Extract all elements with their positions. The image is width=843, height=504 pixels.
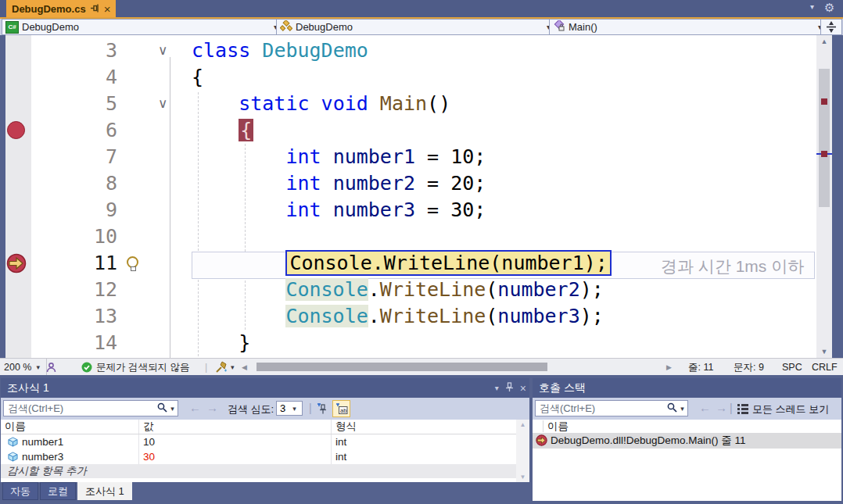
code-line: 8int number2 = 20; (0, 170, 816, 197)
view-all-threads-button[interactable]: 모든 스레드 보기 (752, 402, 829, 416)
vertical-scrollbar-thumb[interactable] (819, 69, 830, 207)
class-icon (280, 20, 292, 34)
chevron-down-icon: ▾ (36, 363, 40, 371)
chevron-down-icon[interactable]: ▾ (231, 359, 235, 376)
code-line: 7int number1 = 10; (0, 144, 816, 170)
tool-window-tab[interactable]: 조사식 1 (77, 482, 132, 500)
hscroll-left-icon[interactable]: ◀ (242, 359, 247, 376)
watch-add-row[interactable]: 감시할 항목 추가 (1, 464, 516, 478)
editor-status-bar: 200 % ▾ 문제가 검색되지 않음 | ▾ ◀ ▶ 줄: 11 문자: 9 … (0, 358, 843, 376)
line-number: 11 (0, 250, 117, 277)
code-line: 15} (0, 356, 816, 358)
status-line-ending: CRLF (812, 359, 838, 376)
gear-icon[interactable]: ⚙ (824, 1, 834, 15)
line-number: 13 (0, 303, 117, 330)
status-line-number: 줄: 11 (688, 359, 713, 376)
toolbar-separator: | (730, 402, 733, 414)
search-depth-combo[interactable]: 3 ▾ (276, 401, 303, 416)
close-icon[interactable]: × (104, 3, 111, 15)
svg-text:ab: ab (340, 407, 346, 414)
watch-scrollbar[interactable]: ▲ ▼ (516, 420, 529, 482)
document-tab[interactable]: DebugDemo.cs × (6, 0, 116, 17)
tool-window-tab[interactable]: 로컬 (40, 482, 76, 500)
close-icon[interactable]: × (520, 382, 526, 395)
callstack-title-bar[interactable]: 호출 스택 (533, 378, 841, 398)
code-cleanup-icon[interactable] (214, 359, 228, 376)
watch-column-header[interactable]: 형식 (332, 420, 516, 434)
project-dropdown-label: DebugDemo (22, 21, 79, 33)
line-number: 6 (0, 117, 117, 144)
vertical-scrollbar[interactable]: ▲ ▼ (816, 35, 832, 358)
watch-title: 조사식 1 (7, 381, 49, 395)
scroll-up-icon[interactable]: ▲ (816, 38, 832, 45)
code-line: 3∨class DebugDemo (0, 38, 816, 64)
vs-window: DebugDemo.cs × ▾ ⚙ C# DebugDemo ▾ DebugD… (0, 0, 843, 504)
watch-search-input[interactable] (4, 401, 157, 416)
editor-right-gap (832, 35, 843, 358)
status-column-number: 문자: 9 (734, 359, 764, 376)
feedback-icon[interactable] (45, 359, 57, 376)
callstack-frame-row[interactable]: DebugDemo.dll!DebugDemo.Main() 줄 11 (533, 433, 841, 449)
scroll-up-icon[interactable]: ▲ (516, 421, 529, 428)
member-dropdown[interactable]: Main() ▾ (549, 19, 826, 35)
hscroll-right-icon[interactable]: ▶ (666, 359, 672, 376)
search-icon[interactable] (157, 402, 167, 416)
callstack-window: 호출 스택 ▾ ← → | 모든 스레드 보기 (533, 378, 841, 501)
tool-window-tabs: 자동로컬조사식 1 (2, 482, 132, 500)
current-frame-arrow-icon (536, 434, 547, 451)
zoom-dropdown[interactable]: 200 % ▾ (0, 359, 47, 376)
threads-icon[interactable] (736, 402, 750, 416)
format-in-values-icon[interactable]: ab (332, 400, 350, 417)
watch-column-header[interactable]: 이름 (1, 420, 139, 434)
csharp-project-icon: C# (5, 21, 19, 34)
pin-icon[interactable] (91, 4, 99, 14)
scroll-down-icon[interactable]: ▼ (816, 348, 832, 356)
perf-tip: 경과 시간 1ms 이하 (661, 256, 804, 277)
toolbar-separator: | (309, 402, 312, 414)
callstack-rows: DebugDemo.dll!DebugDemo.Main() 줄 11 (533, 433, 841, 449)
issues-status-text: 문제가 검색되지 않음 (96, 359, 189, 376)
watch-search-box[interactable]: ▾ (3, 400, 178, 416)
line-number: 14 (0, 330, 117, 356)
search-icon[interactable] (667, 402, 677, 416)
pin-icon[interactable] (505, 382, 514, 395)
line-number: 10 (0, 223, 117, 250)
type-dropdown[interactable]: DebugDemo ▾ (276, 19, 554, 35)
search-forward-icon[interactable]: → (206, 401, 218, 414)
window-position-icon[interactable]: ▾ (495, 384, 499, 392)
health-check-icon[interactable] (81, 359, 92, 376)
line-number: 3 (0, 38, 117, 64)
watch-row[interactable]: number330int (1, 449, 516, 464)
tool-window-tab[interactable]: 자동 (2, 482, 38, 500)
member-dropdown-label: Main() (569, 21, 597, 33)
lightbulb-icon[interactable] (127, 256, 138, 268)
search-back-icon[interactable]: ← (699, 401, 711, 414)
scrollbar-breakpoint-mark (821, 98, 827, 105)
watch-column-header[interactable]: 값 (139, 420, 332, 434)
code-line: 5∨static void Main() (0, 91, 816, 117)
outline-collapse-icon[interactable]: ∨ (158, 91, 167, 117)
split-editor-icon (826, 21, 837, 33)
code-line: 14} (0, 330, 816, 356)
code-line: 6{ (0, 117, 816, 144)
watch-row[interactable]: number110int (1, 434, 516, 449)
line-number: 5 (0, 91, 117, 117)
search-dropdown-icon[interactable]: ▾ (677, 405, 687, 413)
project-dropdown[interactable]: C# DebugDemo ▾ (2, 19, 282, 35)
toolbar-overflow-icon[interactable]: ▾ (810, 2, 814, 11)
pin-properties-icon[interactable] (315, 402, 329, 416)
code-editor[interactable]: 경과 시간 1ms 이하 3∨class DebugDemo4{5∨static… (0, 35, 832, 358)
search-back-icon[interactable]: ← (189, 401, 201, 414)
search-dropdown-icon[interactable]: ▾ (167, 405, 178, 413)
line-number: 15 (0, 356, 117, 358)
split-editor-button[interactable] (820, 19, 842, 35)
callstack-search-input[interactable] (536, 401, 667, 416)
callstack-toolbar: ▾ ← → | 모든 스레드 보기 (533, 398, 841, 420)
callstack-search-box[interactable]: ▾ (535, 400, 688, 416)
watch-title-bar[interactable]: 조사식 1 ▾ × (1, 378, 529, 398)
horizontal-scrollbar-thumb[interactable] (256, 363, 547, 371)
line-number: 7 (0, 144, 117, 170)
search-forward-icon[interactable]: → (716, 401, 727, 414)
scroll-down-icon[interactable]: ▼ (516, 474, 529, 481)
outline-collapse-icon[interactable]: ∨ (158, 38, 167, 64)
